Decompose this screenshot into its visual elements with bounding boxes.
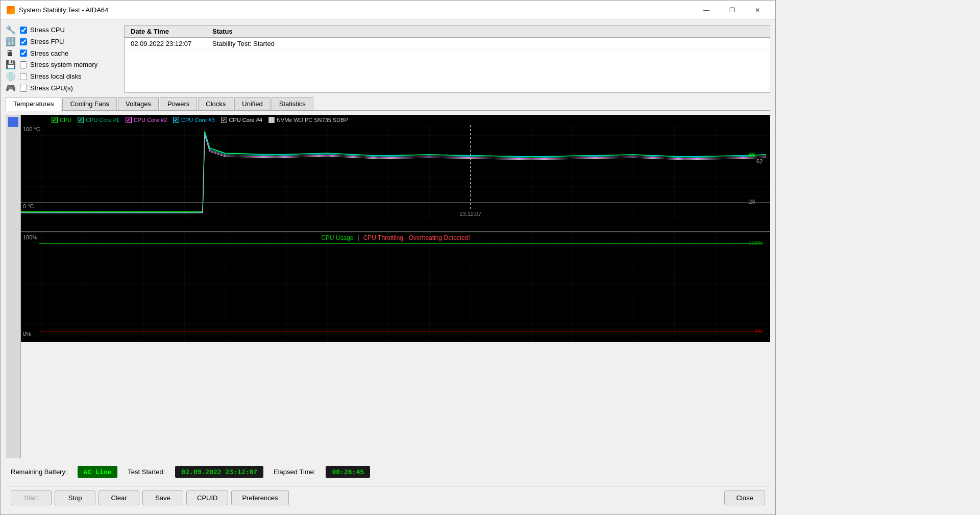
tab-voltages[interactable]: Voltages [118, 97, 159, 110]
label-stress_disks: Stress local disks [30, 72, 81, 80]
checkbox-row-stress_gpu: 🎮 Stress GPU(s) [6, 83, 118, 93]
main-window: System Stability Test - AIDA64 — ❐ ✕ 🔧 S… [0, 0, 776, 515]
clear-button[interactable]: Clear [99, 491, 139, 505]
log-row: 02.09.2022 23:12:07 Stability Test: Star… [125, 38, 770, 50]
bottom-info-bar: Remaining Battery: AC Line Test Started:… [6, 462, 770, 482]
nav-scroll-button[interactable] [8, 117, 18, 127]
app-icon [7, 6, 15, 14]
svg-rect-0 [21, 125, 770, 219]
maximize-button[interactable]: ❐ [720, 3, 744, 18]
remaining-label: Remaining Battery: [11, 468, 67, 476]
stop-button[interactable]: Stop [55, 491, 95, 505]
window-close-button[interactable]: ✕ [746, 3, 769, 18]
tab-temperatures[interactable]: Temperatures [6, 97, 61, 111]
legend-core3-label: CPU Core #3 [181, 117, 214, 123]
elapsed-label: Elapsed Time: [274, 468, 315, 476]
window-title: System Stability Test - AIDA64 [19, 6, 108, 14]
bottom-buttons: Start Stop Clear Save CPUID Preferences … [6, 486, 770, 509]
svg-text:66: 66 [749, 152, 755, 158]
temperature-chart: CPU CPU Core #1 CPU Core #2 CPU Cor [21, 115, 770, 232]
checkbox-stress_cpu[interactable] [20, 27, 27, 34]
svg-text:62: 62 [756, 158, 763, 164]
charts-wrapper: CPU CPU Core #1 CPU Core #2 CPU Cor [6, 115, 770, 458]
tab-statistics[interactable]: Statistics [272, 97, 313, 110]
stress-icon-stress_memory: 💾 [6, 60, 17, 69]
legend-core1-label: CPU Core #1 [86, 117, 119, 123]
tab-cooling_fans[interactable]: Cooling Fans [62, 97, 117, 110]
log-header: Date & Time Status [125, 26, 770, 38]
legend-core4-label: CPU Core #4 [229, 117, 262, 123]
top-section: 🔧 Stress CPU 🔢 Stress FPU 🖥 Stress cache… [6, 25, 770, 93]
usage-y-top: 100% [23, 234, 37, 240]
test-started-label: Test Started: [128, 468, 165, 476]
usage-separator: | [358, 234, 359, 241]
usage-title-left: CPU Usage [321, 234, 353, 241]
checkbox-row-stress_cpu: 🔧 Stress CPU [6, 25, 118, 35]
label-stress_cpu: Stress CPU [30, 26, 65, 34]
cpuid-button[interactable]: CPUID [186, 491, 228, 505]
svg-text:100%: 100% [748, 240, 763, 246]
stress-icon-stress_cpu: 🔧 [6, 25, 17, 35]
test-started-value: 02.09.2022 23:12:07 [175, 466, 263, 478]
legend-nvme-label: NVMe WD PC SN735 SDBP [277, 117, 348, 123]
checkbox-row-stress_disks: 💿 Stress local disks [6, 71, 118, 81]
close-button[interactable]: Close [724, 491, 765, 505]
tabs-bar: TemperaturesCooling FansVoltagesPowersCl… [6, 97, 770, 111]
stress-options-panel: 🔧 Stress CPU 🔢 Stress FPU 🖥 Stress cache… [6, 25, 118, 93]
usage-y-bottom: 0% [23, 331, 31, 337]
log-col-status: Status [206, 26, 770, 37]
checkbox-stress_disks[interactable] [20, 73, 27, 80]
label-stress_gpu: Stress GPU(s) [30, 84, 73, 92]
legend-cpu[interactable]: CPU [52, 117, 71, 123]
tab-clocks[interactable]: Clocks [198, 97, 233, 110]
title-bar-left: System Stability Test - AIDA64 [7, 6, 108, 14]
stress-icon-stress_cache: 🖥 [6, 48, 17, 58]
legend-core4[interactable]: CPU Core #4 [221, 117, 262, 123]
save-button[interactable]: Save [142, 491, 183, 505]
checkbox-row-stress_cache: 🖥 Stress cache [6, 48, 118, 58]
usage-chart-svg: 100% 0% [21, 232, 770, 342]
log-panel: Date & Time Status 02.09.2022 23:12:07 S… [124, 25, 770, 93]
left-nav [6, 115, 21, 458]
main-content: 🔧 Stress CPU 🔢 Stress FPU 🖥 Stress cache… [1, 20, 775, 514]
log-col-datetime: Date & Time [125, 26, 206, 37]
svg-text:0%: 0% [754, 328, 763, 334]
temp-y-max: 100 °C [23, 126, 40, 132]
checkbox-stress_fpu[interactable] [20, 38, 27, 45]
stress-icon-stress_disks: 💿 [6, 71, 17, 81]
legend-core1[interactable]: CPU Core #1 [78, 117, 119, 123]
legend-nvme[interactable]: NVMe WD PC SN735 SDBP [268, 117, 348, 123]
legend-core3[interactable]: CPU Core #3 [173, 117, 214, 123]
svg-text:23:12:07: 23:12:07 [459, 211, 481, 217]
stress-icon-stress_gpu: 🎮 [6, 83, 17, 93]
temp-legend: CPU CPU Core #1 CPU Core #2 CPU Cor [21, 115, 770, 125]
usage-chart: CPU Usage | CPU Throttling - Overheating… [21, 232, 770, 342]
charts-right: CPU CPU Core #1 CPU Core #2 CPU Cor [21, 115, 770, 458]
remaining-value: AC Line [78, 466, 118, 478]
elapsed-value: 00:26:45 [326, 466, 370, 478]
temp-y-min: 0 °C [23, 203, 34, 209]
legend-core2[interactable]: CPU Core #2 [126, 117, 167, 123]
stress-icon-stress_fpu: 🔢 [6, 37, 17, 46]
label-stress_memory: Stress system memory [30, 61, 97, 68]
svg-rect-7 [21, 232, 770, 342]
title-bar: System Stability Test - AIDA64 — ❐ ✕ [1, 1, 775, 20]
log-datetime: 02.09.2022 23:12:07 [125, 38, 206, 50]
log-status: Stability Test: Started [206, 38, 770, 50]
checkbox-row-stress_fpu: 🔢 Stress FPU [6, 37, 118, 46]
svg-text:28: 28 [749, 199, 755, 205]
legend-cpu-label: CPU [60, 117, 71, 123]
title-controls: — ❐ ✕ [695, 3, 769, 18]
label-stress_cache: Stress cache [30, 50, 68, 57]
preferences-button[interactable]: Preferences [231, 491, 288, 505]
checkbox-stress_memory[interactable] [20, 61, 27, 68]
usage-throttling-label: CPU Throttling - Overheating Detected! [363, 234, 470, 241]
tab-powers[interactable]: Powers [160, 97, 197, 110]
checkbox-stress_cache[interactable] [20, 50, 27, 57]
checkbox-stress_gpu[interactable] [20, 85, 27, 92]
start-button[interactable]: Start [11, 491, 52, 505]
checkbox-row-stress_memory: 💾 Stress system memory [6, 60, 118, 69]
tab-unified[interactable]: Unified [234, 97, 270, 110]
minimize-button[interactable]: — [695, 3, 718, 18]
temp-chart-svg: 66 62 28 23:12:07 [21, 125, 770, 219]
